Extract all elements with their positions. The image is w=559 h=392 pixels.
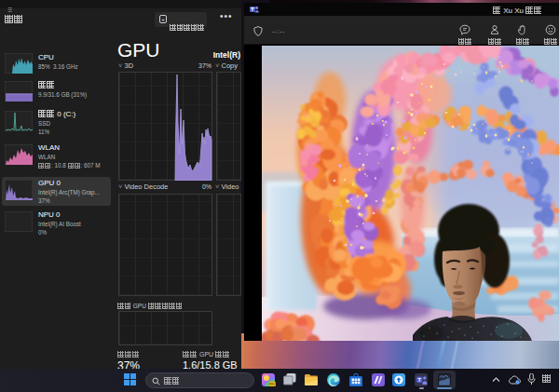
svg-text:PRO: PRO: [269, 383, 276, 386]
